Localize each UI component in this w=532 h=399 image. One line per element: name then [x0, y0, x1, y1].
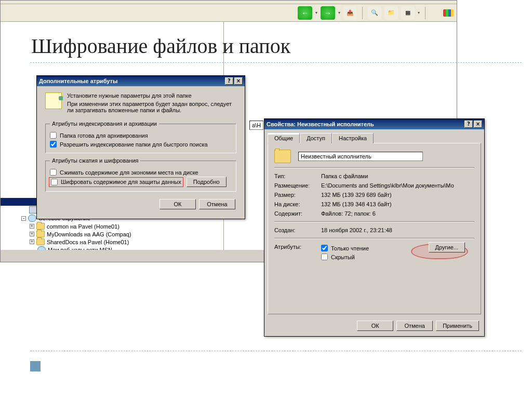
- divider-bottom: [30, 351, 522, 351]
- value-location: E:\Documents and Settings\klbr\Мои докум…: [321, 182, 474, 189]
- net-icon: [37, 246, 46, 250]
- tree-item-label: Мои веб-узлы сети MSN: [48, 247, 112, 250]
- advanced-attributes-dialog: Дополнительные атрибуты ? × Установите н…: [36, 75, 245, 219]
- advanced-title: Дополнительные атрибуты: [39, 78, 117, 84]
- folders-icon[interactable]: 📁: [384, 6, 398, 20]
- checkbox-archive-label: Папка готова для архивирования: [60, 132, 148, 139]
- cancel-button[interactable]: Отмена: [199, 199, 235, 209]
- properties-titlebar[interactable]: Свойства: Неизвестный исполнитель ? ×: [264, 119, 484, 129]
- folder-name-input[interactable]: [298, 152, 423, 161]
- folder-icon: [274, 150, 291, 163]
- slide-title: Шифрование файлов и папок: [31, 34, 290, 58]
- value-contains: Файлов: 72; папок: 6: [321, 210, 474, 217]
- label-size: Размер:: [274, 192, 321, 198]
- attributes-icon: [45, 92, 62, 109]
- tree-item-label: SharedDocs на Pavel (Home01): [47, 239, 129, 245]
- expand-icon[interactable]: +: [30, 240, 34, 244]
- checkbox-compress[interactable]: Сжимать содержимое для экономии места на…: [50, 168, 232, 177]
- accent-square: [30, 361, 41, 371]
- index-archive-group: Атрибуты индексирования и архивации Папк…: [45, 121, 236, 153]
- label-location: Размещение:: [274, 182, 321, 189]
- help-icon[interactable]: ?: [464, 121, 473, 128]
- tab-config[interactable]: Настройка: [332, 133, 374, 143]
- advanced-titlebar[interactable]: Дополнительные атрибуты ? ×: [37, 76, 245, 86]
- label-ondisk: На диске:: [274, 201, 321, 207]
- expand-icon[interactable]: +: [30, 232, 34, 236]
- nav-back-icon[interactable]: ←: [298, 6, 312, 20]
- value-type: Папка с файлами: [321, 173, 474, 179]
- expand-icon[interactable]: -: [21, 216, 26, 221]
- checkbox-index[interactable]: Разрешить индексирование папки для быстр…: [50, 140, 232, 149]
- net-icon: [28, 215, 36, 222]
- apply-button[interactable]: Применить: [436, 321, 479, 331]
- checkbox-compress-label: Сжимать содержимое для экономии места на…: [60, 169, 198, 176]
- label-attributes: Атрибуты:: [274, 244, 321, 261]
- address-bar-fragment: a\Н: [249, 121, 263, 130]
- ok-button[interactable]: ОК: [357, 321, 393, 331]
- close-icon[interactable]: ×: [234, 77, 243, 85]
- checkbox-hidden-label: Скрытый: [331, 254, 355, 260]
- menu-bar: [1, 1, 457, 4]
- divider-top: [30, 62, 522, 63]
- folder-icon: [36, 238, 45, 245]
- label-contains: Содержит:: [274, 210, 321, 217]
- checkbox-hidden[interactable]: Скрытый: [321, 252, 474, 261]
- close-icon[interactable]: ×: [474, 121, 482, 128]
- ok-button[interactable]: ОК: [159, 199, 196, 209]
- compress-encrypt-group: Атрибуты сжатия и шифрования Сжимать сод…: [45, 157, 236, 192]
- folder-icon: [36, 231, 45, 237]
- compress-encrypt-legend: Атрибуты сжатия и шифрования: [50, 157, 140, 164]
- up-icon[interactable]: 📤: [343, 6, 357, 20]
- value-ondisk: 132 МБ (139 348 413 байт): [321, 201, 474, 207]
- label-created: Создан:: [274, 227, 321, 233]
- windows-flag-icon: [443, 9, 454, 17]
- expand-icon[interactable]: +: [30, 224, 34, 229]
- value-size: 132 МБ (139 329 689 байт): [321, 192, 474, 198]
- help-icon[interactable]: ?: [225, 77, 233, 85]
- other-attributes-button[interactable]: Другие...: [429, 242, 465, 252]
- toolbar: ← ▾ → ▾ 📤 🔍 📁 ▦ ▾: [1, 4, 457, 22]
- checkbox-index-label: Разрешить индексирование папки для быстр…: [60, 141, 208, 148]
- properties-dialog: Свойства: Неизвестный исполнитель ? × Об…: [264, 118, 485, 337]
- tree-item[interactable]: +SharedDocs на Pavel (Home01): [1, 238, 223, 246]
- advanced-desc-2: При изменении этих параметров будет зада…: [67, 101, 236, 113]
- folder-icon: [36, 223, 45, 230]
- details-button[interactable]: Подробно: [187, 177, 227, 187]
- checkbox-archive[interactable]: Папка готова для архивирования: [50, 131, 232, 140]
- label-type: Тип:: [274, 173, 321, 179]
- index-archive-legend: Атрибуты индексирования и архивации: [50, 121, 159, 127]
- tab-general[interactable]: Общие: [268, 133, 300, 143]
- tree-item[interactable]: +common на Pavel (Home01): [1, 222, 223, 230]
- advanced-desc-1: Установите нужные параметры для этой пап…: [67, 92, 236, 101]
- views-icon[interactable]: ▦: [401, 6, 415, 20]
- tab-access[interactable]: Доступ: [300, 133, 332, 143]
- tree-item[interactable]: Мои веб-узлы сети MSN: [1, 246, 223, 250]
- cancel-button[interactable]: Отмена: [396, 321, 433, 331]
- checkbox-encrypt[interactable]: Шифровать содержимое для защиты данных: [50, 178, 182, 186]
- checkbox-encrypt-label: Шифровать содержимое для защиты данных: [61, 179, 181, 185]
- tree-item[interactable]: +MyDownloads на AAG (Compaq): [1, 230, 223, 238]
- nav-forward-icon[interactable]: →: [321, 6, 335, 20]
- tree-item-label: common на Pavel (Home01): [47, 223, 119, 230]
- properties-title: Свойства: Неизвестный исполнитель: [267, 121, 374, 127]
- search-icon[interactable]: 🔍: [368, 6, 381, 20]
- checkbox-readonly-label: Только чтение: [331, 245, 369, 251]
- value-created: 18 ноября 2002 г., 23:21:48: [321, 227, 474, 233]
- tree-item-label: MyDownloads на AAG (Compaq): [47, 231, 131, 237]
